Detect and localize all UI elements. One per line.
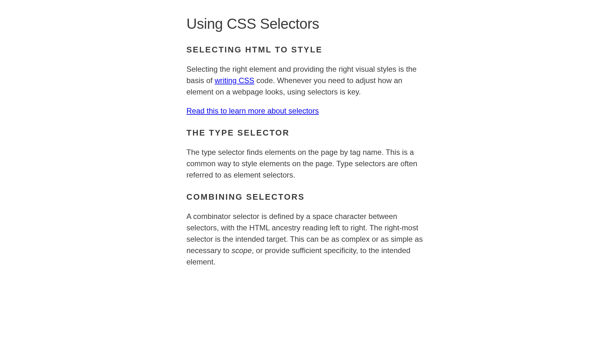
emphasis-scope: scope (232, 246, 252, 255)
link-learn-selectors[interactable]: Read this to learn more about selectors (186, 106, 319, 115)
section-heading-type-selector: THE TYPE SELECTOR (186, 128, 427, 138)
section-heading-selecting: SELECTING HTML TO STYLE (186, 45, 427, 55)
page-title: Using CSS Selectors (186, 15, 427, 32)
link-writing-css[interactable]: writing CSS (215, 76, 254, 85)
section-heading-combining: COMBINING SELECTORS (186, 192, 427, 202)
paragraph-type-selector: The type selector finds elements on the … (186, 147, 427, 181)
paragraph-selecting-intro: Selecting the right element and providin… (186, 64, 427, 98)
paragraph-link-selectors: Read this to learn more about selectors (186, 105, 427, 117)
paragraph-combining: A combinator selector is defined by a sp… (186, 211, 427, 268)
document-container: Using CSS Selectors SELECTING HTML TO ST… (180, 15, 433, 268)
